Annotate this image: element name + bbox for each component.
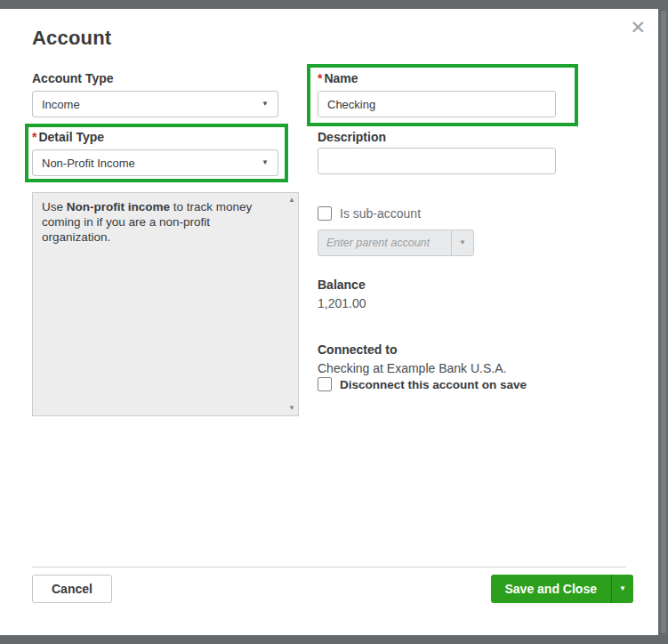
- name-input[interactable]: [318, 91, 556, 117]
- save-and-close-button[interactable]: Save and Close: [491, 575, 612, 603]
- chevron-down-icon: ▼: [262, 159, 269, 166]
- sub-account-row: Is sub-account: [318, 206, 421, 221]
- required-asterisk: *: [32, 130, 36, 144]
- footer-divider: [32, 567, 626, 568]
- account-modal: Account ✕ Account Type Income ▼ *Detail …: [0, 9, 658, 635]
- disconnect-label: Disconnect this account on save: [340, 378, 527, 391]
- detail-type-label-text: Detail Type: [38, 130, 104, 144]
- account-type-select[interactable]: Income ▼: [32, 91, 278, 117]
- name-label: *Name: [318, 71, 358, 85]
- description-text-bold: Non-profit income: [67, 200, 170, 213]
- description-text-prefix: Use: [42, 200, 67, 213]
- disconnect-row: Disconnect this account on save: [318, 377, 527, 391]
- required-asterisk: *: [318, 71, 322, 85]
- disconnect-checkbox[interactable]: [318, 377, 332, 391]
- detail-type-value: Non-Profit Income: [42, 157, 135, 170]
- page-title: Account: [32, 27, 111, 50]
- sub-account-label: Is sub-account: [340, 206, 421, 221]
- cancel-button[interactable]: Cancel: [32, 575, 112, 603]
- description-input[interactable]: [318, 148, 556, 174]
- scroll-up-icon[interactable]: ▲: [288, 197, 295, 204]
- account-type-label: Account Type: [32, 71, 114, 85]
- detail-type-label: *Detail Type: [32, 130, 104, 144]
- connected-to-label: Connected to: [318, 342, 397, 357]
- scroll-down-icon[interactable]: ▼: [288, 405, 295, 412]
- chevron-down-icon: ▼: [262, 101, 269, 108]
- save-options-caret[interactable]: ▼: [611, 575, 633, 603]
- screen-overlay: Account ✕ Account Type Income ▼ *Detail …: [0, 0, 668, 644]
- name-label-text: Name: [324, 71, 358, 85]
- detail-type-description-box: Use Non-profit income to track money com…: [32, 192, 299, 416]
- sub-account-checkbox[interactable]: [318, 206, 332, 221]
- balance-value: 1,201.00: [318, 296, 366, 310]
- save-split-button: Save and Close ▼: [491, 575, 634, 603]
- page-scrollbar[interactable]: [661, 11, 666, 633]
- close-icon[interactable]: ✕: [624, 12, 651, 42]
- description-label: Description: [318, 130, 386, 144]
- chevron-down-icon: ▼: [451, 230, 473, 255]
- detail-type-select[interactable]: Non-Profit Income ▼: [32, 149, 278, 176]
- parent-account-select[interactable]: Enter parent account ▼: [318, 229, 474, 256]
- parent-account-placeholder: Enter parent account: [318, 230, 451, 255]
- connected-account-text: Checking at Example Bank U.S.A.: [318, 361, 506, 375]
- account-type-value: Income: [42, 98, 80, 111]
- balance-label: Balance: [318, 278, 366, 292]
